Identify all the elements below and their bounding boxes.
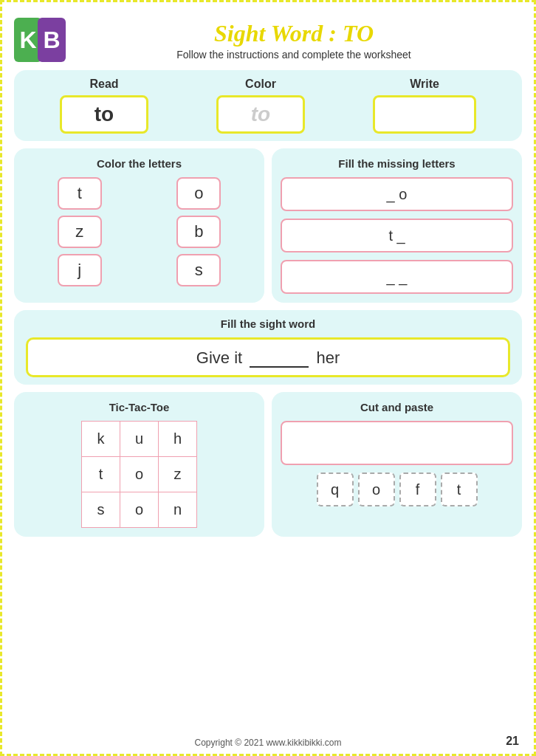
page-title: Sight Word : TO	[66, 20, 522, 47]
color-letters-section: Color the letters t o z b j s	[14, 148, 264, 303]
bottom-row: Tic-Tac-Toe k u h t o z s o	[14, 392, 522, 537]
color-column: Color to	[216, 78, 305, 134]
letter-box-t[interactable]: t	[58, 177, 102, 210]
ttt-cell-2-1[interactable]: o	[120, 492, 159, 528]
fill-missing-title: Fill the missing letters	[281, 157, 513, 170]
cut-option-o[interactable]: o	[358, 472, 395, 506]
fill-sentence-box[interactable]: Give it her	[26, 337, 510, 377]
ttt-cell-0-1[interactable]: u	[120, 422, 159, 457]
cut-option-f[interactable]: f	[399, 472, 436, 506]
missing-box-3[interactable]: _ _	[281, 260, 513, 294]
ttt-grid: k u h t o z s o n	[81, 421, 197, 528]
ttt-cell-0-0[interactable]: k	[82, 422, 120, 457]
color-label: Color	[245, 78, 276, 91]
cut-paste-title: Cut and paste	[281, 401, 513, 413]
page-number: 21	[506, 735, 519, 748]
page: K B Sight Word : TO Follow the instructi…	[0, 0, 536, 756]
middle-row: Color the letters t o z b j s Fill the m…	[14, 148, 522, 303]
sight-word-section: Fill the sight word Give it her	[14, 310, 522, 385]
letter-box-z[interactable]: z	[58, 216, 102, 248]
cut-paste-section: Cut and paste q o f t	[272, 392, 522, 537]
read-label: Read	[89, 78, 118, 91]
letter-box-j[interactable]: j	[58, 254, 102, 286]
ttt-cell-1-1[interactable]: o	[120, 457, 159, 492]
page-subtitle: Follow the instructions and complete the…	[66, 49, 522, 61]
header: K B Sight Word : TO Follow the instructi…	[14, 14, 522, 66]
ttt-cell-1-0[interactable]: t	[82, 457, 120, 492]
copyright-text: Copyright © 2021 www.kikkibikki.com	[195, 738, 342, 748]
header-text: Sight Word : TO Follow the instructions …	[66, 20, 522, 61]
ttt-section: Tic-Tac-Toe k u h t o z s o	[14, 392, 264, 537]
letter-box-s[interactable]: s	[176, 254, 221, 286]
top-section: Read to Color to Write	[14, 70, 522, 141]
read-box: to	[60, 95, 148, 134]
ttt-title: Tic-Tac-Toe	[23, 401, 255, 413]
letter-grid: t o z b j s	[23, 177, 255, 286]
logo: K B	[14, 14, 66, 66]
table-row: s o n	[82, 492, 197, 528]
letter-box-b[interactable]: b	[176, 216, 221, 248]
color-letters-title: Color the letters	[23, 157, 255, 170]
table-row: t o z	[82, 457, 197, 492]
fill-missing-section: Fill the missing letters _ o t _ _ _	[272, 148, 522, 303]
cut-paste-options: q o f t	[281, 472, 513, 506]
logo-b: B	[38, 18, 66, 62]
sentence-suffix: her	[316, 348, 340, 367]
cut-option-t[interactable]: t	[441, 472, 478, 506]
footer: Copyright © 2021 www.kikkibikki.com	[2, 738, 534, 748]
sentence-blank[interactable]	[250, 347, 309, 368]
ttt-cell-2-0[interactable]: s	[82, 492, 120, 528]
cut-paste-display[interactable]	[281, 421, 513, 465]
ttt-cell-1-2[interactable]: z	[159, 457, 197, 492]
write-label: Write	[410, 78, 439, 91]
cut-option-q[interactable]: q	[317, 472, 354, 506]
letter-box-o[interactable]: o	[176, 177, 221, 210]
ttt-cell-0-2[interactable]: h	[159, 422, 197, 457]
missing-box-2[interactable]: t _	[281, 219, 513, 252]
table-row: k u h	[82, 422, 197, 457]
sentence-prefix: Give it	[196, 348, 242, 367]
write-box[interactable]	[373, 95, 476, 134]
missing-letters-grid: _ o t _ _ _	[281, 177, 513, 294]
ttt-cell-2-2[interactable]: n	[159, 492, 197, 528]
missing-box-1[interactable]: _ o	[281, 177, 513, 211]
read-column: Read to	[60, 78, 148, 134]
color-box: to	[216, 95, 305, 134]
sight-word-section-title: Fill the sight word	[26, 317, 510, 330]
write-column: Write	[373, 78, 476, 134]
